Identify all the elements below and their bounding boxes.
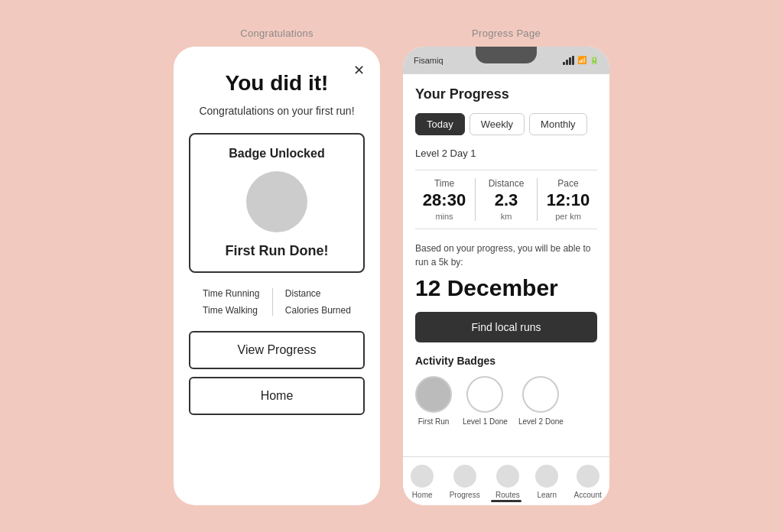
progress-icon <box>453 465 476 488</box>
metric-distance: Distance 2.3 km <box>477 178 535 221</box>
battery-icon: 🔋 <box>590 56 599 64</box>
nav-routes[interactable]: Routes <box>495 465 520 499</box>
progress-label: Progress Page <box>472 28 541 39</box>
metric-pace: Pace 12:10 per km <box>539 178 597 221</box>
stat-calories: Calories Burned <box>285 305 351 316</box>
stats-right: Distance Calories Burned <box>285 288 351 316</box>
metrics-row: Time 28:30 mins Distance 2.3 km Pace 12:… <box>415 170 597 229</box>
congrats-title: You did it! <box>226 71 329 96</box>
wifi-icon: 📶 <box>577 56 586 64</box>
nav-progress[interactable]: Progress <box>450 465 480 499</box>
bottom-nav: Home Progress Routes Learn Account <box>403 456 609 505</box>
badge-box: Badge Unlocked First Run Done! <box>189 133 365 273</box>
stat-distance: Distance <box>285 288 351 299</box>
status-bar: Fisamiq 📶 🔋 <box>403 47 609 74</box>
home-icon <box>411 465 434 488</box>
view-progress-button[interactable]: View Progress <box>189 331 365 369</box>
badges-row: First Run Level 1 Done Level 2 Done <box>415 376 597 426</box>
nav-learn-label: Learn <box>537 491 557 499</box>
badge-level2-label: Level 2 Done <box>518 417 564 426</box>
close-icon[interactable]: ✕ <box>353 62 365 79</box>
nav-indicator <box>491 500 521 502</box>
status-brand: Fisamiq <box>414 56 443 65</box>
metric-time-unit: mins <box>435 212 453 221</box>
progress-description: Based on your progress, you will be able… <box>415 242 597 269</box>
progress-content: Your Progress Today Weekly Monthly Level… <box>403 74 609 456</box>
nav-home[interactable]: Home <box>411 465 434 499</box>
metric-distance-label: Distance <box>489 178 525 189</box>
nav-progress-label: Progress <box>450 491 480 499</box>
learn-icon <box>535 465 558 488</box>
signal-icon <box>563 56 574 65</box>
date-highlight: 12 December <box>415 275 597 301</box>
badge-box-title: Badge Unlocked <box>229 147 324 161</box>
tab-group: Today Weekly Monthly <box>415 113 597 135</box>
tab-monthly[interactable]: Monthly <box>529 113 587 135</box>
home-button[interactable]: Home <box>189 377 365 415</box>
congrats-subtitle: Congratulations on your first run! <box>199 103 354 119</box>
progress-screen: Fisamiq 📶 🔋 Your Progress Today <box>403 47 609 505</box>
stats-divider <box>272 288 273 316</box>
metric-distance-unit: km <box>501 212 512 221</box>
badge-image <box>246 171 307 232</box>
metric-time-label: Time <box>434 178 454 189</box>
stat-time-running: Time Running <box>203 288 259 299</box>
nav-routes-label: Routes <box>495 491 520 499</box>
metric-pace-unit: per km <box>555 212 581 221</box>
metric-pace-label: Pace <box>557 178 578 189</box>
metric-distance-value: 2.3 <box>495 190 518 210</box>
badge-box-subtitle: First Run Done! <box>226 243 329 259</box>
notch <box>476 47 537 63</box>
nav-account-label: Account <box>574 491 602 499</box>
status-icons: 📶 🔋 <box>563 56 599 65</box>
routes-icon <box>496 465 519 488</box>
level-label: Level 2 Day 1 <box>415 148 597 159</box>
badge-first-run-icon <box>415 376 452 413</box>
congratulations-screen-wrapper: Congratulations ✕ You did it! Congratula… <box>174 28 380 505</box>
nav-home-label: Home <box>412 491 433 499</box>
find-local-runs-button[interactable]: Find local runs <box>415 312 597 342</box>
metric-time-value: 28:30 <box>423 190 466 210</box>
badge-level1-label: Level 1 Done <box>463 417 508 426</box>
metric-divider-1 <box>475 178 476 221</box>
stats-row: Time Running Time Walking Distance Calor… <box>189 288 365 316</box>
stat-time-walking: Time Walking <box>203 305 259 316</box>
badge-level1-icon <box>466 376 503 413</box>
badge-level2-icon <box>522 376 559 413</box>
nav-account[interactable]: Account <box>574 465 602 499</box>
congratulations-label: Congratulations <box>240 28 314 39</box>
screens-container: Congratulations ✕ You did it! Congratula… <box>174 28 609 505</box>
badge-level2: Level 2 Done <box>518 376 564 426</box>
badge-level1: Level 1 Done <box>463 376 508 426</box>
badge-first-run-label: First Run <box>418 417 450 426</box>
stats-left: Time Running Time Walking <box>203 288 259 316</box>
tab-today[interactable]: Today <box>415 113 465 135</box>
tab-weekly[interactable]: Weekly <box>469 113 525 135</box>
account-icon <box>577 465 599 488</box>
metric-time: Time 28:30 mins <box>415 178 473 221</box>
congratulations-screen: ✕ You did it! Congratulations on your fi… <box>174 47 380 505</box>
activity-badges-title: Activity Badges <box>415 355 597 367</box>
progress-screen-wrapper: Progress Page Fisamiq 📶 🔋 <box>403 28 609 505</box>
nav-learn[interactable]: Learn <box>535 465 558 499</box>
badge-first-run: First Run <box>415 376 452 426</box>
section-title: Your Progress <box>415 86 597 102</box>
metric-pace-value: 12:10 <box>547 190 590 210</box>
metric-divider-2 <box>537 178 538 221</box>
